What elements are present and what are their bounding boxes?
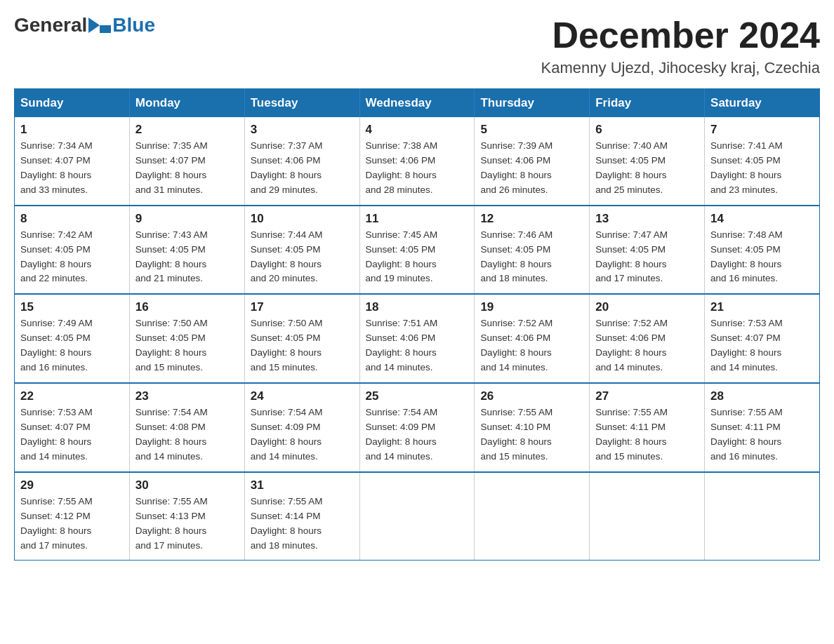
day-info: Sunrise: 7:52 AMSunset: 4:06 PMDaylight:… <box>595 318 668 373</box>
calendar-cell: 22 Sunrise: 7:53 AMSunset: 4:07 PMDaylig… <box>15 383 130 472</box>
day-info: Sunrise: 7:50 AMSunset: 4:05 PMDaylight:… <box>251 318 323 373</box>
svg-rect-3 <box>100 25 111 33</box>
day-info: Sunrise: 7:50 AMSunset: 4:05 PMDaylight:… <box>135 318 208 373</box>
day-info: Sunrise: 7:49 AMSunset: 4:05 PMDaylight:… <box>20 318 93 373</box>
location-subtitle: Kamenny Ujezd, Jihocesky kraj, Czechia <box>541 59 820 77</box>
calendar-cell: 31 Sunrise: 7:55 AMSunset: 4:14 PMDaylig… <box>244 472 359 561</box>
day-number: 8 <box>20 212 124 226</box>
logo-blue-text: Blue <box>112 14 155 36</box>
day-info: Sunrise: 7:55 AMSunset: 4:11 PMDaylight:… <box>595 407 668 462</box>
day-info: Sunrise: 7:55 AMSunset: 4:13 PMDaylight:… <box>135 496 208 551</box>
day-info: Sunrise: 7:43 AMSunset: 4:05 PMDaylight:… <box>135 229 208 284</box>
day-number: 4 <box>366 123 469 137</box>
day-info: Sunrise: 7:46 AMSunset: 4:05 PMDaylight:… <box>480 229 552 284</box>
week-row-3: 15 Sunrise: 7:49 AMSunset: 4:05 PMDaylig… <box>15 294 820 383</box>
day-info: Sunrise: 7:42 AMSunset: 4:05 PMDaylight:… <box>20 229 93 284</box>
day-number: 25 <box>366 389 469 403</box>
day-number: 14 <box>710 212 814 226</box>
calendar-cell: 10 Sunrise: 7:44 AMSunset: 4:05 PMDaylig… <box>244 206 359 295</box>
day-number: 10 <box>251 212 354 226</box>
day-number: 24 <box>251 389 354 403</box>
calendar-cell: 4 Sunrise: 7:38 AMSunset: 4:06 PMDayligh… <box>359 117 475 206</box>
day-number: 26 <box>480 389 583 403</box>
day-number: 13 <box>595 212 699 226</box>
calendar-cell: 23 Sunrise: 7:54 AMSunset: 4:08 PMDaylig… <box>129 383 244 472</box>
header-tuesday: Tuesday <box>244 89 359 118</box>
calendar-cell: 11 Sunrise: 7:45 AMSunset: 4:05 PMDaylig… <box>359 206 475 295</box>
day-number: 16 <box>135 300 239 314</box>
day-info: Sunrise: 7:55 AMSunset: 4:12 PMDaylight:… <box>20 496 93 551</box>
title-area: December 2024 Kamenny Ujezd, Jihocesky k… <box>541 14 820 77</box>
day-info: Sunrise: 7:53 AMSunset: 4:07 PMDaylight:… <box>710 318 783 373</box>
calendar-cell: 28 Sunrise: 7:55 AMSunset: 4:11 PMDaylig… <box>705 383 820 472</box>
day-number: 19 <box>480 300 583 314</box>
day-number: 9 <box>135 212 239 226</box>
day-info: Sunrise: 7:48 AMSunset: 4:05 PMDaylight:… <box>710 229 783 284</box>
logo: General Blue <box>14 14 155 36</box>
day-info: Sunrise: 7:54 AMSunset: 4:09 PMDaylight:… <box>251 407 323 462</box>
day-number: 27 <box>595 389 699 403</box>
day-number: 29 <box>20 478 124 492</box>
week-row-1: 1 Sunrise: 7:34 AMSunset: 4:07 PMDayligh… <box>15 117 820 206</box>
day-number: 23 <box>135 389 239 403</box>
header-wednesday: Wednesday <box>359 89 475 118</box>
day-number: 2 <box>135 123 239 137</box>
calendar-cell: 16 Sunrise: 7:50 AMSunset: 4:05 PMDaylig… <box>129 294 244 383</box>
day-info: Sunrise: 7:35 AMSunset: 4:07 PMDaylight:… <box>135 140 208 195</box>
week-row-5: 29 Sunrise: 7:55 AMSunset: 4:12 PMDaylig… <box>15 472 820 561</box>
svg-rect-2 <box>100 18 111 25</box>
calendar-cell <box>475 472 590 561</box>
calendar-cell: 14 Sunrise: 7:48 AMSunset: 4:05 PMDaylig… <box>705 206 820 295</box>
calendar-cell <box>590 472 705 561</box>
week-row-2: 8 Sunrise: 7:42 AMSunset: 4:05 PMDayligh… <box>15 206 820 295</box>
day-info: Sunrise: 7:40 AMSunset: 4:05 PMDaylight:… <box>595 140 668 195</box>
day-number: 11 <box>366 212 469 226</box>
calendar-table: Sunday Monday Tuesday Wednesday Thursday… <box>14 88 820 561</box>
day-number: 7 <box>710 123 814 137</box>
calendar-cell: 2 Sunrise: 7:35 AMSunset: 4:07 PMDayligh… <box>129 117 244 206</box>
day-info: Sunrise: 7:39 AMSunset: 4:06 PMDaylight:… <box>480 140 552 195</box>
day-number: 30 <box>135 478 239 492</box>
calendar-cell: 29 Sunrise: 7:55 AMSunset: 4:12 PMDaylig… <box>15 472 130 561</box>
calendar-cell <box>705 472 820 561</box>
day-info: Sunrise: 7:47 AMSunset: 4:05 PMDaylight:… <box>595 229 668 284</box>
day-number: 3 <box>251 123 354 137</box>
day-info: Sunrise: 7:44 AMSunset: 4:05 PMDaylight:… <box>251 229 323 284</box>
header-sunday: Sunday <box>15 89 130 118</box>
calendar-cell: 21 Sunrise: 7:53 AMSunset: 4:07 PMDaylig… <box>705 294 820 383</box>
day-number: 12 <box>480 212 583 226</box>
calendar-cell: 17 Sunrise: 7:50 AMSunset: 4:05 PMDaylig… <box>244 294 359 383</box>
month-title: December 2024 <box>541 14 820 56</box>
page-header: General Blue December 2024 Kamenny Ujezd… <box>14 14 820 77</box>
calendar-cell: 12 Sunrise: 7:46 AMSunset: 4:05 PMDaylig… <box>475 206 590 295</box>
day-info: Sunrise: 7:41 AMSunset: 4:05 PMDaylight:… <box>710 140 783 195</box>
calendar-cell: 1 Sunrise: 7:34 AMSunset: 4:07 PMDayligh… <box>15 117 130 206</box>
calendar-cell: 3 Sunrise: 7:37 AMSunset: 4:06 PMDayligh… <box>244 117 359 206</box>
day-info: Sunrise: 7:38 AMSunset: 4:06 PMDaylight:… <box>366 140 438 195</box>
day-info: Sunrise: 7:55 AMSunset: 4:10 PMDaylight:… <box>480 407 552 462</box>
calendar-cell: 24 Sunrise: 7:54 AMSunset: 4:09 PMDaylig… <box>244 383 359 472</box>
calendar-cell <box>359 472 475 561</box>
day-number: 20 <box>595 300 699 314</box>
day-info: Sunrise: 7:55 AMSunset: 4:11 PMDaylight:… <box>710 407 783 462</box>
day-info: Sunrise: 7:45 AMSunset: 4:05 PMDaylight:… <box>366 229 438 284</box>
day-number: 22 <box>20 389 124 403</box>
day-number: 21 <box>710 300 814 314</box>
header-saturday: Saturday <box>705 89 820 118</box>
day-info: Sunrise: 7:55 AMSunset: 4:14 PMDaylight:… <box>251 496 323 551</box>
day-info: Sunrise: 7:54 AMSunset: 4:08 PMDaylight:… <box>135 407 208 462</box>
day-info: Sunrise: 7:52 AMSunset: 4:06 PMDaylight:… <box>480 318 552 373</box>
header-friday: Friday <box>590 89 705 118</box>
day-info: Sunrise: 7:54 AMSunset: 4:09 PMDaylight:… <box>366 407 438 462</box>
calendar-cell: 8 Sunrise: 7:42 AMSunset: 4:05 PMDayligh… <box>15 206 130 295</box>
calendar-cell: 9 Sunrise: 7:43 AMSunset: 4:05 PMDayligh… <box>129 206 244 295</box>
calendar-cell: 19 Sunrise: 7:52 AMSunset: 4:06 PMDaylig… <box>475 294 590 383</box>
day-info: Sunrise: 7:53 AMSunset: 4:07 PMDaylight:… <box>20 407 93 462</box>
calendar-cell: 15 Sunrise: 7:49 AMSunset: 4:05 PMDaylig… <box>15 294 130 383</box>
calendar-cell: 30 Sunrise: 7:55 AMSunset: 4:13 PMDaylig… <box>129 472 244 561</box>
week-row-4: 22 Sunrise: 7:53 AMSunset: 4:07 PMDaylig… <box>15 383 820 472</box>
day-number: 31 <box>251 478 354 492</box>
day-info: Sunrise: 7:37 AMSunset: 4:06 PMDaylight:… <box>251 140 323 195</box>
calendar-cell: 26 Sunrise: 7:55 AMSunset: 4:10 PMDaylig… <box>475 383 590 472</box>
day-info: Sunrise: 7:51 AMSunset: 4:06 PMDaylight:… <box>366 318 438 373</box>
